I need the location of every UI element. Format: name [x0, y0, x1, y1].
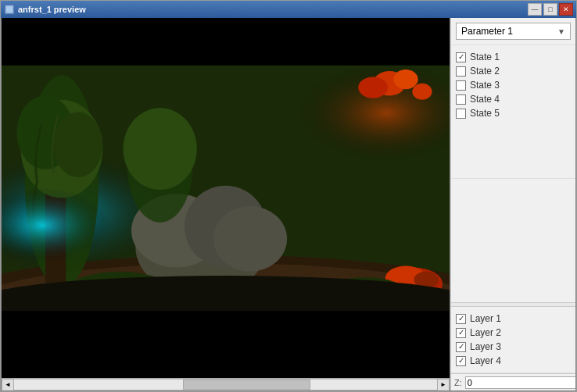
dropdown-arrow-icon: ▼: [557, 27, 565, 36]
title-buttons: — □ ✕: [528, 3, 573, 16]
state-5-label: State 5: [470, 108, 500, 119]
svg-rect-34: [2, 18, 450, 66]
svg-point-23: [393, 69, 418, 89]
right-panel: Parameter 1 ▼ State 1 State 2 State 3: [450, 18, 575, 390]
window-icon: [4, 4, 15, 15]
state-3-checkbox[interactable]: [456, 80, 466, 91]
parameter-dropdown[interactable]: Parameter 1 ▼: [456, 23, 571, 40]
scroll-right-button[interactable]: ►: [437, 379, 450, 391]
layer-3-label: Layer 3: [470, 341, 501, 352]
preview-panel: ◄ ►: [2, 18, 450, 390]
scroll-left-button[interactable]: ◄: [2, 379, 14, 391]
state-1-checkbox[interactable]: [456, 52, 466, 62]
content-area: ◄ ► Parameter 1 ▼: [1, 18, 576, 391]
spacer: [451, 179, 575, 302]
layer-4-checkbox[interactable]: [456, 356, 466, 366]
dropdown-section: Parameter 1 ▼: [451, 18, 575, 45]
title-bar-left: anfrst_1 preview: [4, 4, 86, 15]
svg-rect-1: [6, 6, 13, 12]
scroll-thumb[interactable]: [183, 380, 310, 390]
layer-3-item[interactable]: Layer 3: [456, 340, 571, 354]
svg-rect-21: [2, 63, 450, 313]
svg-point-24: [358, 77, 388, 98]
svg-point-25: [412, 84, 432, 100]
minimize-button[interactable]: —: [528, 3, 542, 16]
state-2-item[interactable]: State 2: [456, 64, 571, 78]
state-4-label: State 4: [470, 94, 500, 105]
title-bar: anfrst_1 preview — □ ✕: [1, 1, 576, 18]
scene-svg: [2, 18, 450, 378]
main-window: anfrst_1 preview — □ ✕: [0, 0, 577, 392]
maximize-button[interactable]: □: [543, 3, 557, 16]
horizontal-scrollbar: ◄ ►: [2, 378, 450, 390]
state-3-item[interactable]: State 3: [456, 78, 571, 92]
state-2-checkbox[interactable]: [456, 66, 466, 77]
layer-1-checkbox[interactable]: [456, 314, 466, 324]
layers-section: Layer 1 Layer 2 Layer 3 Layer 4: [451, 307, 575, 373]
layer-3-checkbox[interactable]: [456, 342, 466, 352]
layer-4-label: Layer 4: [470, 355, 501, 366]
canvas-area: [2, 18, 450, 378]
dropdown-value: Parameter 1: [461, 26, 513, 37]
state-3-label: State 3: [470, 80, 500, 91]
state-5-item[interactable]: State 5: [456, 106, 571, 120]
state-4-item[interactable]: State 4: [456, 92, 571, 106]
svg-rect-35: [2, 311, 450, 378]
z-input[interactable]: [465, 376, 576, 389]
layer-2-item[interactable]: Layer 2: [456, 326, 571, 340]
layer-2-label: Layer 2: [470, 327, 501, 338]
z-label: Z:: [454, 378, 462, 387]
z-bar: Z: ▲ ▼: [451, 373, 575, 390]
state-5-checkbox[interactable]: [456, 109, 466, 119]
layer-1-label: Layer 1: [470, 313, 501, 324]
scroll-track[interactable]: [14, 379, 437, 390]
state-2-label: State 2: [470, 66, 500, 77]
layer-1-item[interactable]: Layer 1: [456, 312, 571, 326]
layer-2-checkbox[interactable]: [456, 328, 466, 338]
window-title: anfrst_1 preview: [18, 5, 86, 14]
state-1-label: State 1: [470, 52, 500, 62]
state-1-item[interactable]: State 1: [456, 50, 571, 64]
close-button[interactable]: ✕: [559, 3, 573, 16]
states-section: State 1 State 2 State 3 State 4 State 5: [451, 45, 575, 179]
layer-4-item[interactable]: Layer 4: [456, 354, 571, 368]
state-4-checkbox[interactable]: [456, 94, 466, 105]
